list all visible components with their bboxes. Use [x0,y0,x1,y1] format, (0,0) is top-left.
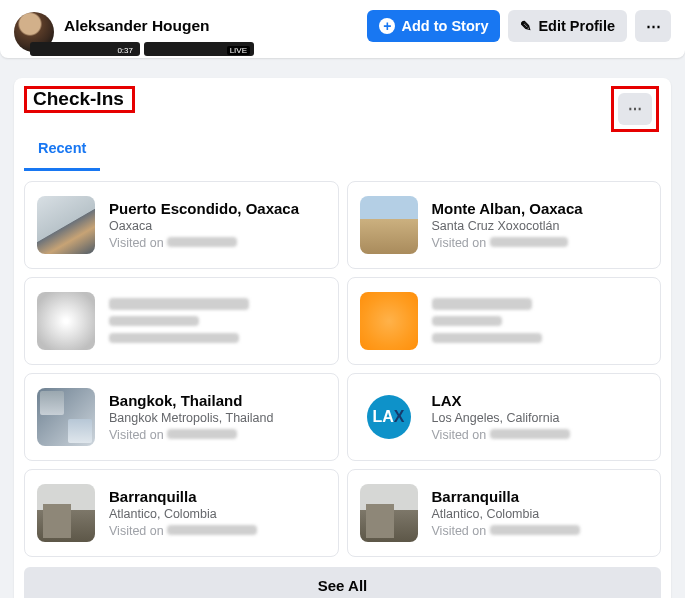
place-location [109,315,326,329]
story-thumb [144,42,254,56]
add-to-story-button[interactable]: + Add to Story [367,10,500,42]
place-thumb [360,484,418,542]
header-more-button[interactable]: ⋯ [635,10,671,42]
pencil-icon: ✎ [520,18,532,34]
checkin-card[interactable]: Puerto Escondido, Oaxaca Oaxaca Visited … [24,181,339,269]
panel-more-button[interactable]: ⋯ [618,93,652,125]
place-name: Monte Alban, Oaxaca [432,200,649,217]
place-name: Barranquilla [432,488,649,505]
place-thumb [360,196,418,254]
place-location: Bangkok Metropolis, Thailand [109,411,326,425]
place-location: Santa Cruz Xoxocotlán [432,219,649,233]
place-location [432,315,649,329]
place-thumb [37,292,95,350]
see-all-button[interactable]: See All [24,567,661,598]
place-location: Los Angeles, California [432,411,649,425]
place-thumb [37,196,95,254]
panel-title: Check-Ins [31,84,128,112]
checkin-card-blurred[interactable] [347,277,662,365]
tab-recent[interactable]: Recent [24,130,100,171]
ellipsis-icon: ⋯ [646,18,661,34]
checkin-card[interactable]: LAX LAX Los Angeles, California Visited … [347,373,662,461]
place-name: Barranquilla [109,488,326,505]
place-name: LAX [432,392,649,409]
highlight-title: Check-Ins [24,86,135,113]
avatar[interactable] [14,12,54,52]
tabs: Recent [24,130,661,171]
checkin-card[interactable]: Monte Alban, Oaxaca Santa Cruz Xoxocotlá… [347,181,662,269]
place-location: Atlantico, Colombia [109,507,326,521]
checkins-panel: Check-Ins ⋯ Recent Puerto Escondido, Oax… [14,78,671,598]
profile-header: Aleksander Hougen + Add to Story ✎ Edit … [0,0,685,58]
checkins-grid: Puerto Escondido, Oaxaca Oaxaca Visited … [24,181,661,557]
place-name [109,296,326,313]
checkin-card[interactable]: Bangkok, Thailand Bangkok Metropolis, Th… [24,373,339,461]
place-name: Puerto Escondido, Oaxaca [109,200,326,217]
checkin-card[interactable]: Barranquilla Atlantico, Colombia Visited… [24,469,339,557]
place-visited [432,332,649,346]
place-thumb [37,484,95,542]
place-visited: Visited on [109,524,326,538]
place-location: Oaxaca [109,219,326,233]
profile-name[interactable]: Aleksander Hougen [64,17,367,35]
place-name [432,296,649,313]
place-thumb [37,388,95,446]
place-thumb: LAX [360,388,418,446]
highlight-more: ⋯ [611,86,659,132]
ellipsis-icon: ⋯ [628,101,643,117]
checkin-card-blurred[interactable] [24,277,339,365]
place-visited [109,332,326,346]
place-visited: Visited on [109,236,326,250]
lax-logo: LAX [367,395,411,439]
plus-circle-icon: + [379,18,395,34]
edit-profile-label: Edit Profile [538,18,615,34]
place-name: Bangkok, Thailand [109,392,326,409]
place-visited: Visited on [432,524,649,538]
edit-profile-button[interactable]: ✎ Edit Profile [508,10,627,42]
add-to-story-label: Add to Story [401,18,488,34]
place-thumb [360,292,418,350]
checkin-card[interactable]: Barranquilla Atlantico, Colombia Visited… [347,469,662,557]
place-visited: Visited on [432,428,649,442]
place-location: Atlantico, Colombia [432,507,649,521]
place-visited: Visited on [432,236,649,250]
place-visited: Visited on [109,428,326,442]
